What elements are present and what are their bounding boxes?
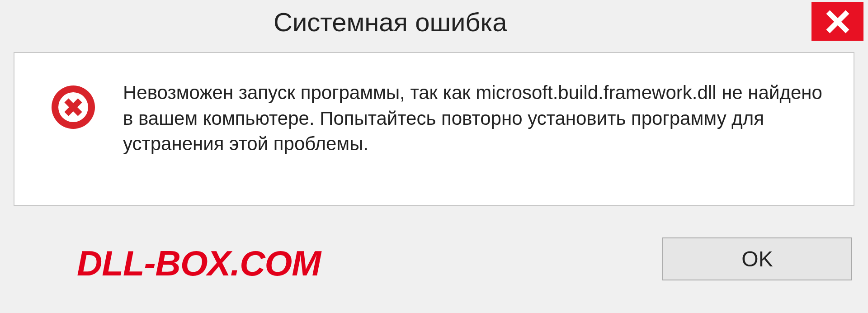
error-icon [51, 85, 96, 130]
ok-button[interactable]: OK [662, 237, 852, 280]
footer: DLL-BOX.COM OK [14, 225, 854, 302]
ok-button-label: OK [741, 247, 773, 271]
watermark-text: DLL-BOX.COM [14, 243, 321, 284]
error-icon-wrap [51, 80, 96, 132]
close-icon [824, 8, 851, 35]
dialog-title: Системная ошибка [5, 2, 507, 37]
error-message: Невозможен запуск программы, так как mic… [123, 80, 826, 157]
error-dialog: Системная ошибка Невозможен запуск прогр… [5, 2, 863, 308]
close-button[interactable] [811, 2, 863, 41]
titlebar: Системная ошибка [5, 2, 863, 45]
content-panel: Невозможен запуск программы, так как mic… [14, 52, 854, 206]
